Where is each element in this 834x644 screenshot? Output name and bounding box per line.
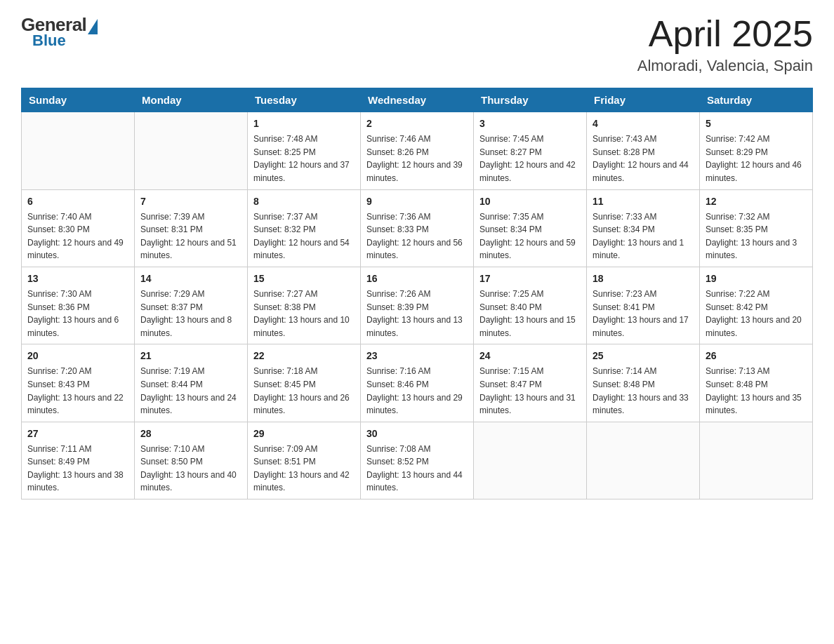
day-number: 9 <box>366 194 468 209</box>
calendar-cell: 3Sunrise: 7:45 AMSunset: 8:27 PMDaylight… <box>474 112 587 189</box>
calendar-cell: 13Sunrise: 7:30 AMSunset: 8:36 PMDayligh… <box>22 267 135 344</box>
calendar-cell: 30Sunrise: 7:08 AMSunset: 8:52 PMDayligh… <box>361 422 474 499</box>
day-number: 3 <box>479 116 581 131</box>
calendar-cell <box>587 422 700 499</box>
calendar-cell: 10Sunrise: 7:35 AMSunset: 8:34 PMDayligh… <box>474 189 587 267</box>
calendar-cell: 19Sunrise: 7:22 AMSunset: 8:42 PMDayligh… <box>700 267 813 344</box>
day-info: Sunrise: 7:19 AMSunset: 8:44 PMDaylight:… <box>140 365 241 417</box>
calendar-cell: 22Sunrise: 7:18 AMSunset: 8:45 PMDayligh… <box>248 344 361 422</box>
day-number: 1 <box>253 116 355 131</box>
day-number: 26 <box>706 349 807 363</box>
calendar-week-row: 6Sunrise: 7:40 AMSunset: 8:30 PMDaylight… <box>22 189 813 267</box>
day-info: Sunrise: 7:43 AMSunset: 8:28 PMDaylight:… <box>593 133 694 185</box>
day-number: 13 <box>27 271 128 286</box>
calendar-week-row: 20Sunrise: 7:20 AMSunset: 8:43 PMDayligh… <box>22 344 813 422</box>
calendar-cell: 14Sunrise: 7:29 AMSunset: 8:37 PMDayligh… <box>135 267 248 344</box>
calendar-cell: 6Sunrise: 7:40 AMSunset: 8:30 PMDaylight… <box>22 189 135 267</box>
day-number: 18 <box>593 271 694 286</box>
calendar-cell: 9Sunrise: 7:36 AMSunset: 8:33 PMDaylight… <box>361 189 474 267</box>
calendar-cell: 12Sunrise: 7:32 AMSunset: 8:35 PMDayligh… <box>700 189 813 267</box>
day-number: 25 <box>593 349 694 363</box>
day-info: Sunrise: 7:25 AMSunset: 8:40 PMDaylight:… <box>479 288 581 340</box>
day-number: 19 <box>706 271 807 286</box>
day-info: Sunrise: 7:29 AMSunset: 8:37 PMDaylight:… <box>140 288 241 340</box>
day-info: Sunrise: 7:10 AMSunset: 8:50 PMDaylight:… <box>140 443 241 495</box>
calendar-week-row: 1Sunrise: 7:48 AMSunset: 8:25 PMDaylight… <box>22 112 813 189</box>
calendar-week-row: 13Sunrise: 7:30 AMSunset: 8:36 PMDayligh… <box>22 267 813 344</box>
day-info: Sunrise: 7:35 AMSunset: 8:34 PMDaylight:… <box>479 210 581 262</box>
day-number: 29 <box>253 427 355 441</box>
calendar-cell: 27Sunrise: 7:11 AMSunset: 8:49 PMDayligh… <box>22 422 135 499</box>
day-number: 21 <box>140 349 241 363</box>
logo: General Blue <box>21 14 98 50</box>
calendar-cell <box>22 112 135 189</box>
calendar-cell: 25Sunrise: 7:14 AMSunset: 8:48 PMDayligh… <box>587 344 700 422</box>
day-number: 8 <box>253 194 355 209</box>
page-header: General Blue April 2025 Almoradi, Valenc… <box>21 14 813 75</box>
weekday-header-tuesday: Tuesday <box>248 88 361 112</box>
day-info: Sunrise: 7:15 AMSunset: 8:47 PMDaylight:… <box>479 365 581 417</box>
calendar-cell: 20Sunrise: 7:20 AMSunset: 8:43 PMDayligh… <box>22 344 135 422</box>
day-number: 5 <box>706 116 807 131</box>
day-info: Sunrise: 7:23 AMSunset: 8:41 PMDaylight:… <box>593 288 694 340</box>
day-info: Sunrise: 7:42 AMSunset: 8:29 PMDaylight:… <box>706 133 807 185</box>
day-number: 27 <box>27 427 128 441</box>
calendar-cell: 2Sunrise: 7:46 AMSunset: 8:26 PMDaylight… <box>361 112 474 189</box>
day-info: Sunrise: 7:09 AMSunset: 8:51 PMDaylight:… <box>253 443 355 495</box>
calendar-cell: 5Sunrise: 7:42 AMSunset: 8:29 PMDaylight… <box>700 112 813 189</box>
day-info: Sunrise: 7:33 AMSunset: 8:34 PMDaylight:… <box>593 210 694 262</box>
day-info: Sunrise: 7:08 AMSunset: 8:52 PMDaylight:… <box>366 443 468 495</box>
day-info: Sunrise: 7:18 AMSunset: 8:45 PMDaylight:… <box>253 365 355 417</box>
month-title: April 2025 <box>637 14 813 54</box>
calendar-cell: 1Sunrise: 7:48 AMSunset: 8:25 PMDaylight… <box>248 112 361 189</box>
day-number: 11 <box>593 194 694 209</box>
calendar-cell: 16Sunrise: 7:26 AMSunset: 8:39 PMDayligh… <box>361 267 474 344</box>
day-number: 12 <box>706 194 807 209</box>
day-info: Sunrise: 7:46 AMSunset: 8:26 PMDaylight:… <box>366 133 468 185</box>
title-block: April 2025 Almoradi, Valencia, Spain <box>637 14 813 75</box>
day-info: Sunrise: 7:22 AMSunset: 8:42 PMDaylight:… <box>706 288 807 340</box>
day-number: 2 <box>366 116 468 131</box>
day-info: Sunrise: 7:30 AMSunset: 8:36 PMDaylight:… <box>27 288 128 340</box>
calendar-cell: 17Sunrise: 7:25 AMSunset: 8:40 PMDayligh… <box>474 267 587 344</box>
calendar-cell: 18Sunrise: 7:23 AMSunset: 8:41 PMDayligh… <box>587 267 700 344</box>
day-info: Sunrise: 7:11 AMSunset: 8:49 PMDaylight:… <box>27 443 128 495</box>
day-number: 30 <box>366 427 468 441</box>
calendar-cell: 11Sunrise: 7:33 AMSunset: 8:34 PMDayligh… <box>587 189 700 267</box>
day-info: Sunrise: 7:26 AMSunset: 8:39 PMDaylight:… <box>366 288 468 340</box>
calendar-cell <box>474 422 587 499</box>
day-number: 20 <box>27 349 128 363</box>
day-number: 24 <box>479 349 581 363</box>
calendar-week-row: 27Sunrise: 7:11 AMSunset: 8:49 PMDayligh… <box>22 422 813 499</box>
day-info: Sunrise: 7:13 AMSunset: 8:48 PMDaylight:… <box>706 365 807 417</box>
calendar-cell: 28Sunrise: 7:10 AMSunset: 8:50 PMDayligh… <box>135 422 248 499</box>
weekday-header-friday: Friday <box>587 88 700 112</box>
day-number: 23 <box>366 349 468 363</box>
day-info: Sunrise: 7:27 AMSunset: 8:38 PMDaylight:… <box>253 288 355 340</box>
calendar-cell: 26Sunrise: 7:13 AMSunset: 8:48 PMDayligh… <box>700 344 813 422</box>
day-info: Sunrise: 7:48 AMSunset: 8:25 PMDaylight:… <box>253 133 355 185</box>
day-info: Sunrise: 7:16 AMSunset: 8:46 PMDaylight:… <box>366 365 468 417</box>
weekday-header-monday: Monday <box>135 88 248 112</box>
day-info: Sunrise: 7:32 AMSunset: 8:35 PMDaylight:… <box>706 210 807 262</box>
day-info: Sunrise: 7:40 AMSunset: 8:30 PMDaylight:… <box>27 210 128 262</box>
calendar-cell <box>135 112 248 189</box>
day-number: 7 <box>140 194 241 209</box>
day-info: Sunrise: 7:45 AMSunset: 8:27 PMDaylight:… <box>479 133 581 185</box>
day-number: 14 <box>140 271 241 286</box>
day-number: 28 <box>140 427 241 441</box>
day-info: Sunrise: 7:39 AMSunset: 8:31 PMDaylight:… <box>140 210 241 262</box>
day-info: Sunrise: 7:20 AMSunset: 8:43 PMDaylight:… <box>27 365 128 417</box>
calendar-cell: 24Sunrise: 7:15 AMSunset: 8:47 PMDayligh… <box>474 344 587 422</box>
calendar-cell: 23Sunrise: 7:16 AMSunset: 8:46 PMDayligh… <box>361 344 474 422</box>
weekday-header-thursday: Thursday <box>474 88 587 112</box>
day-info: Sunrise: 7:14 AMSunset: 8:48 PMDaylight:… <box>593 365 694 417</box>
day-number: 4 <box>593 116 694 131</box>
weekday-header-row: SundayMondayTuesdayWednesdayThursdayFrid… <box>22 88 813 112</box>
calendar-cell: 7Sunrise: 7:39 AMSunset: 8:31 PMDaylight… <box>135 189 248 267</box>
day-number: 16 <box>366 271 468 286</box>
day-number: 15 <box>253 271 355 286</box>
weekday-header-wednesday: Wednesday <box>361 88 474 112</box>
day-number: 17 <box>479 271 581 286</box>
logo-blue-text: Blue <box>32 32 66 50</box>
